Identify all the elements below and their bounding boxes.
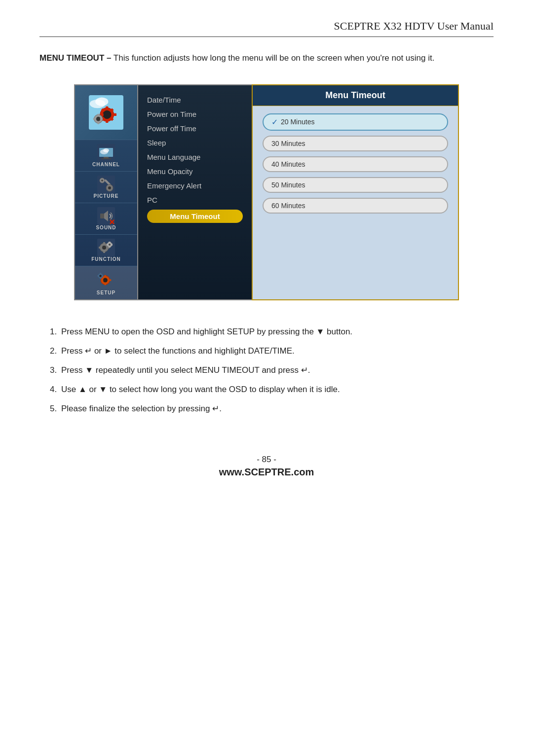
svg-point-57 xyxy=(99,275,102,277)
option-40min-label: 40 Minutes xyxy=(271,160,305,168)
menu-item-timeout[interactable]: Menu Timeout xyxy=(147,210,243,223)
osd-sidebar: CHANNEL PICTURE xyxy=(74,84,138,300)
svg-point-31 xyxy=(108,186,111,189)
svg-rect-17 xyxy=(93,118,96,120)
svg-rect-15 xyxy=(98,113,100,116)
page-footer: - 85 - www.SCEPTRE.com xyxy=(39,455,494,478)
right-panel-options: ✓ 20 Minutes 30 Minutes 40 Minutes 50 Mi… xyxy=(253,106,458,299)
sidebar-top-icon xyxy=(75,85,137,140)
menu-item-datetime[interactable]: Date/Time xyxy=(147,95,243,105)
option-40min[interactable]: 40 Minutes xyxy=(263,156,448,172)
sidebar-item-channel[interactable]: CHANNEL xyxy=(75,140,137,171)
instruction-1: Press MENU to open the OSD and highlight… xyxy=(59,325,494,338)
sound-icon xyxy=(97,207,115,225)
option-20min-label: 20 Minutes xyxy=(281,118,314,126)
instructions-list: Press MENU to open the OSD and highlight… xyxy=(49,325,494,416)
menu-item-emergency[interactable]: Emergency Alert xyxy=(147,181,243,190)
picture-icon xyxy=(97,176,115,193)
instruction-4: Use ▲ or ▼ to select how long you want t… xyxy=(59,383,494,396)
svg-rect-6 xyxy=(106,119,108,123)
svg-rect-54 xyxy=(101,279,104,281)
svg-rect-60 xyxy=(97,275,99,276)
svg-rect-22 xyxy=(104,157,109,158)
svg-rect-5 xyxy=(106,106,108,109)
svg-rect-18 xyxy=(100,118,103,120)
sidebar-item-sound[interactable]: SOUND xyxy=(75,203,137,234)
svg-rect-61 xyxy=(102,275,103,276)
svg-point-14 xyxy=(96,116,101,121)
osd-center-menu: Date/Time Power on Time Power off Time S… xyxy=(138,84,252,300)
svg-rect-23 xyxy=(101,158,111,159)
svg-rect-55 xyxy=(109,279,112,281)
svg-rect-41 xyxy=(103,251,105,253)
option-60min-label: 60 Minutes xyxy=(271,202,305,210)
function-icon xyxy=(97,239,115,256)
svg-point-39 xyxy=(102,246,106,250)
sidebar-item-setup[interactable]: SETUP xyxy=(75,266,137,299)
right-panel-header: Menu Timeout xyxy=(253,85,458,106)
option-20min[interactable]: ✓ 20 Minutes xyxy=(263,113,448,131)
menu-item-sleep[interactable]: Sleep xyxy=(147,138,243,147)
svg-point-2 xyxy=(95,97,108,106)
menu-item-power-off[interactable]: Power off Time xyxy=(147,124,243,133)
svg-rect-58 xyxy=(100,273,101,274)
menu-item-pc[interactable]: PC xyxy=(147,195,243,205)
instruction-2: Press ↵ or ► to select the functions and… xyxy=(59,344,494,358)
instruction-3: Press ▼ repeatedly until you select MENU… xyxy=(59,363,494,377)
svg-rect-8 xyxy=(113,113,116,115)
svg-rect-26 xyxy=(97,176,115,193)
option-60min[interactable]: 60 Minutes xyxy=(263,198,448,214)
osd-right-panel: Menu Timeout ✓ 20 Minutes 30 Minutes 40 … xyxy=(252,84,459,300)
setup-icon xyxy=(96,270,116,290)
sidebar-label-function: FUNCTION xyxy=(91,256,121,262)
svg-point-25 xyxy=(103,148,109,152)
svg-rect-49 xyxy=(111,244,113,246)
instruction-5: Please finalize the selection by pressin… xyxy=(59,402,494,415)
svg-rect-48 xyxy=(107,244,108,246)
channel-icon xyxy=(97,144,115,162)
page-number: - 85 - xyxy=(39,455,494,465)
svg-point-51 xyxy=(103,278,108,282)
svg-rect-53 xyxy=(105,283,106,285)
svg-point-45 xyxy=(109,244,111,246)
intro-text: This function adjusts how long the menu … xyxy=(111,53,434,63)
sidebar-label-channel: CHANNEL xyxy=(92,162,120,167)
osd-diagram: CHANNEL PICTURE xyxy=(74,84,459,300)
website-url: www.SCEPTRE.com xyxy=(39,467,494,478)
svg-rect-40 xyxy=(103,242,105,245)
sidebar-label-sound: SOUND xyxy=(96,225,116,230)
sidebar-label-setup: SETUP xyxy=(97,290,115,295)
svg-point-28 xyxy=(101,180,103,181)
page-header: SCEPTRE X32 HDTV User Manual xyxy=(39,20,494,37)
check-icon: ✓ xyxy=(271,117,278,127)
svg-rect-47 xyxy=(109,246,111,248)
menu-item-opacity[interactable]: Menu Opacity xyxy=(147,167,243,176)
sidebar-label-picture: PICTURE xyxy=(94,193,119,199)
option-30min-label: 30 Minutes xyxy=(271,140,305,147)
sidebar-item-picture[interactable]: PICTURE xyxy=(75,171,137,203)
page-title: SCEPTRE X32 HDTV User Manual xyxy=(334,20,494,32)
instructions-section: Press MENU to open the OSD and highlight… xyxy=(49,325,494,416)
intro-bold: MENU TIMEOUT – xyxy=(39,53,111,63)
intro-paragraph: MENU TIMEOUT – This function adjusts how… xyxy=(39,52,494,65)
svg-rect-52 xyxy=(105,275,106,277)
option-30min[interactable]: 30 Minutes xyxy=(263,136,448,151)
option-50min-label: 50 Minutes xyxy=(271,181,305,189)
svg-rect-42 xyxy=(99,247,101,249)
svg-rect-59 xyxy=(100,277,101,279)
svg-rect-46 xyxy=(109,242,111,243)
option-50min[interactable]: 50 Minutes xyxy=(263,177,448,193)
menu-item-power-on[interactable]: Power on Time xyxy=(147,109,243,119)
svg-rect-33 xyxy=(100,214,104,218)
menu-item-language[interactable]: Menu Language xyxy=(147,152,243,162)
setup-gear-icon xyxy=(89,95,123,130)
svg-rect-16 xyxy=(98,121,100,124)
sidebar-item-function[interactable]: FUNCTION xyxy=(75,234,137,266)
